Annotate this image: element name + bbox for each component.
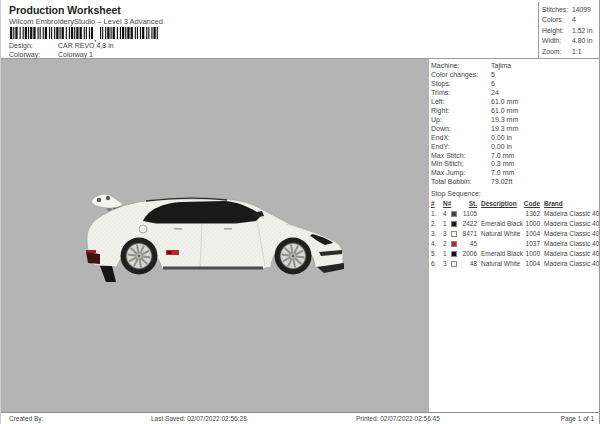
thread-stitch-number: 45 xyxy=(460,239,477,249)
stat-value: 4 xyxy=(572,15,576,25)
thread-brand: Madeira Classic 40 xyxy=(540,209,600,219)
stop-sequence-column-header: Code xyxy=(523,199,540,209)
machine-info-row: Trims:24 xyxy=(431,89,600,98)
machine-info-label: Max Stitch: xyxy=(431,152,491,161)
machine-info-row: Up:19.3 mm xyxy=(431,116,600,125)
machine-info-row: Left:61.0 mm xyxy=(431,98,600,107)
stat-label: Height: xyxy=(542,26,572,36)
colorway-value: Colorway 1 xyxy=(58,51,93,58)
machine-info-value: Tajima xyxy=(491,62,511,71)
stop-number: 6. xyxy=(431,259,443,269)
machine-info-label: Total Bobbin: xyxy=(431,178,491,187)
machine-info-value: 19.3 mm xyxy=(491,125,518,134)
stat-row: Width:4.80 in xyxy=(542,36,600,46)
thread-code: 1004 xyxy=(523,229,540,239)
thread-code: 1000 xyxy=(523,249,540,259)
machine-info-value: 6 xyxy=(491,80,495,89)
thread-swatch-cell xyxy=(451,209,460,219)
thread-description xyxy=(477,239,523,249)
machine-info-label: Min Stitch: xyxy=(431,160,491,169)
thread-code: 1037 xyxy=(523,239,540,249)
machine-info-value: 24 xyxy=(491,89,499,98)
machine-info-value: 0.00 in xyxy=(491,143,512,152)
thread-swatch-cell xyxy=(451,219,460,229)
thread-swatch-cell xyxy=(451,239,460,249)
car-design-preview xyxy=(86,192,346,284)
thread-code: 1362 xyxy=(523,209,540,219)
stop-sequence-column-header: # xyxy=(431,199,443,209)
machine-info-label: Stops: xyxy=(431,80,491,89)
machine-info-row: Stops:6 xyxy=(431,80,600,89)
thread-swatch-cell xyxy=(451,259,460,269)
stop-number: 4. xyxy=(431,239,443,249)
stat-value: 1:1 xyxy=(572,47,581,57)
machine-info-row: EndX:0.00 in xyxy=(431,134,600,143)
thread-description xyxy=(477,209,523,219)
machine-info-value: 61.0 mm xyxy=(491,98,518,107)
worksheet-header: Production Worksheet Wilcom EmbroiderySt… xyxy=(1,0,599,59)
stop-number: 1. xyxy=(431,209,443,219)
needle-number: 3 xyxy=(443,229,451,239)
thread-swatch-cell xyxy=(451,249,460,259)
stat-row: Height:1.52 in xyxy=(542,26,600,36)
machine-info-row: Max Jump:7.0 mm xyxy=(431,169,600,178)
machine-info-value: 7.0 mm xyxy=(491,152,514,161)
stop-sequence-column-header: N# xyxy=(443,199,451,209)
machine-info-list: Machine:TajimaColor changes:5Stops:6Trim… xyxy=(431,62,600,187)
thread-brand: Madeira Classic 40 xyxy=(540,249,600,259)
machine-info-label: Trims: xyxy=(431,89,491,98)
last-saved-label: Last Saved: 02/07/2022 02:56:28 xyxy=(151,415,247,422)
machine-info-value: 0.3 mm xyxy=(491,160,514,169)
stat-label: Width: xyxy=(542,36,572,46)
stop-sequence-table: #N#St.DescriptionCodeBrand1.411051362Mad… xyxy=(431,199,600,268)
design-canvas xyxy=(1,59,429,412)
barcode-comma: , xyxy=(94,33,97,42)
design-row: Design:CAR REVO 4,8 in xyxy=(9,42,114,49)
needle-number: 1 xyxy=(443,249,451,259)
machine-info-label: EndY: xyxy=(431,143,491,152)
thread-color-swatch xyxy=(451,231,457,237)
details-panel: Machine:TajimaColor changes:5Stops:6Trim… xyxy=(429,59,600,412)
stat-label: Zoom: xyxy=(542,47,572,57)
thread-swatch-cell xyxy=(451,229,460,239)
machine-info-value: 0.00 in xyxy=(491,134,512,143)
thread-stitch-number: 1105 xyxy=(460,209,477,219)
needle-number: 4 xyxy=(443,209,451,219)
thread-description: Emerald Black xyxy=(477,219,523,229)
machine-info-label: EndX: xyxy=(431,134,491,143)
stop-sequence-row: 4.2451037Madeira Classic 40 xyxy=(431,239,600,249)
thread-stitch-number: 48 xyxy=(460,259,477,269)
stop-sequence-row: 2.12422Emerald Black1000Madeira Classic … xyxy=(431,219,600,229)
machine-info-row: Machine:Tajima xyxy=(431,62,600,71)
thread-brand: Madeira Classic 40 xyxy=(540,219,600,229)
machine-info-row: Color changes:5 xyxy=(431,71,600,80)
machine-info-row: Right:61.0 mm xyxy=(431,107,600,116)
machine-info-label: Max Jump: xyxy=(431,169,491,178)
page-title: Production Worksheet xyxy=(9,4,121,16)
barcode-icon: , xyxy=(9,27,161,42)
machine-info-row: EndY:0.00 in xyxy=(431,143,600,152)
machine-info-value: 7.0 mm xyxy=(491,169,514,178)
machine-info-row: Min Stitch:0.3 mm xyxy=(431,160,600,169)
stat-row: Stitches:14099 xyxy=(542,5,600,15)
machine-info-row: Max Stitch:7.0 mm xyxy=(431,152,600,161)
stop-sequence-title: Stop Sequence: xyxy=(431,189,600,199)
thread-color-swatch xyxy=(451,251,457,257)
stop-sequence-row: 3.38471Natural White1004Madeira Classic … xyxy=(431,229,600,239)
thread-code: 1004 xyxy=(523,259,540,269)
machine-info-value: 19.3 mm xyxy=(491,116,518,125)
worksheet-footer: Created By: Last Saved: 02/07/2022 02:56… xyxy=(1,412,599,424)
thread-color-swatch xyxy=(451,221,457,227)
machine-info-label: Color changes: xyxy=(431,71,491,80)
thread-brand: Madeira Classic 40 xyxy=(540,259,600,269)
production-worksheet-page: Production Worksheet Wilcom EmbroiderySt… xyxy=(0,0,600,424)
thread-brand: Madeira Classic 40 xyxy=(540,229,600,239)
needle-number: 1 xyxy=(443,219,451,229)
stop-sequence-header-row: #N#St.DescriptionCodeBrand xyxy=(431,199,600,209)
stop-sequence-column-header: St. xyxy=(460,199,477,209)
stat-value: 1.52 in xyxy=(572,26,592,36)
machine-info-label: Up: xyxy=(431,116,491,125)
machine-info-row: Down:19.3 mm xyxy=(431,125,600,134)
needle-number: 2 xyxy=(443,239,451,249)
stop-sequence-row: 1.411051362Madeira Classic 40 xyxy=(431,209,600,219)
